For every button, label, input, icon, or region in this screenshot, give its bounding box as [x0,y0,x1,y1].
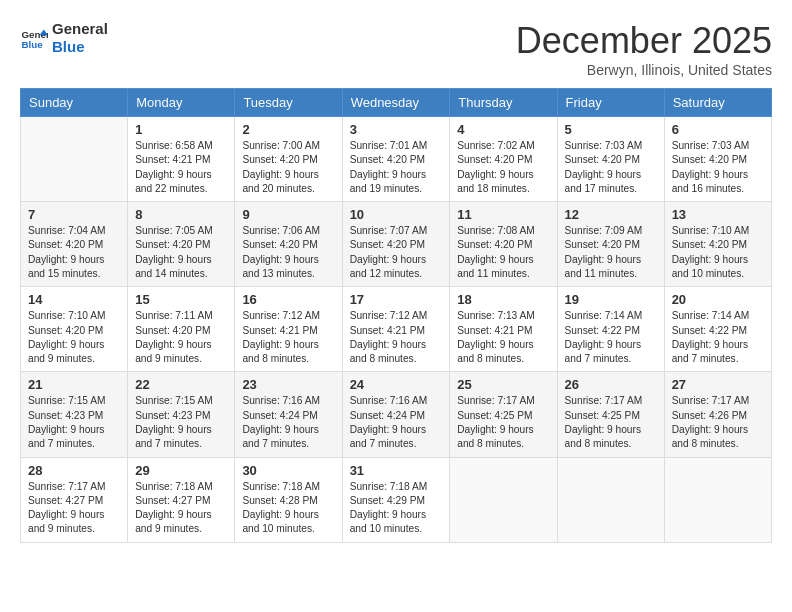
day-info: Sunrise: 7:14 AMSunset: 4:22 PMDaylight:… [565,309,657,366]
day-number: 30 [242,463,334,478]
day-info: Sunrise: 7:08 AMSunset: 4:20 PMDaylight:… [457,224,549,281]
logo-text-general: General [52,20,108,38]
day-number: 11 [457,207,549,222]
calendar-cell: 9Sunrise: 7:06 AMSunset: 4:20 PMDaylight… [235,202,342,287]
calendar-cell: 30Sunrise: 7:18 AMSunset: 4:28 PMDayligh… [235,457,342,542]
day-info: Sunrise: 7:18 AMSunset: 4:28 PMDaylight:… [242,480,334,537]
day-number: 31 [350,463,443,478]
day-info: Sunrise: 7:17 AMSunset: 4:25 PMDaylight:… [457,394,549,451]
day-number: 2 [242,122,334,137]
day-info: Sunrise: 7:09 AMSunset: 4:20 PMDaylight:… [565,224,657,281]
day-info: Sunrise: 7:11 AMSunset: 4:20 PMDaylight:… [135,309,227,366]
day-number: 18 [457,292,549,307]
weekday-header-monday: Monday [128,89,235,117]
day-number: 17 [350,292,443,307]
day-info: Sunrise: 7:07 AMSunset: 4:20 PMDaylight:… [350,224,443,281]
day-info: Sunrise: 7:05 AMSunset: 4:20 PMDaylight:… [135,224,227,281]
calendar-cell: 1Sunrise: 6:58 AMSunset: 4:21 PMDaylight… [128,117,235,202]
calendar-table: SundayMondayTuesdayWednesdayThursdayFrid… [20,88,772,543]
calendar-week-1: 1Sunrise: 6:58 AMSunset: 4:21 PMDaylight… [21,117,772,202]
day-number: 5 [565,122,657,137]
calendar-cell [21,117,128,202]
day-info: Sunrise: 7:01 AMSunset: 4:20 PMDaylight:… [350,139,443,196]
calendar-cell: 27Sunrise: 7:17 AMSunset: 4:26 PMDayligh… [664,372,771,457]
calendar-cell: 21Sunrise: 7:15 AMSunset: 4:23 PMDayligh… [21,372,128,457]
calendar-cell: 15Sunrise: 7:11 AMSunset: 4:20 PMDayligh… [128,287,235,372]
day-number: 20 [672,292,764,307]
calendar-cell: 29Sunrise: 7:18 AMSunset: 4:27 PMDayligh… [128,457,235,542]
calendar-week-5: 28Sunrise: 7:17 AMSunset: 4:27 PMDayligh… [21,457,772,542]
day-number: 22 [135,377,227,392]
calendar-cell: 28Sunrise: 7:17 AMSunset: 4:27 PMDayligh… [21,457,128,542]
calendar-cell: 16Sunrise: 7:12 AMSunset: 4:21 PMDayligh… [235,287,342,372]
calendar-cell [557,457,664,542]
day-number: 25 [457,377,549,392]
day-number: 12 [565,207,657,222]
calendar-cell: 14Sunrise: 7:10 AMSunset: 4:20 PMDayligh… [21,287,128,372]
day-number: 14 [28,292,120,307]
day-info: Sunrise: 7:18 AMSunset: 4:27 PMDaylight:… [135,480,227,537]
day-number: 16 [242,292,334,307]
calendar-week-4: 21Sunrise: 7:15 AMSunset: 4:23 PMDayligh… [21,372,772,457]
calendar-week-3: 14Sunrise: 7:10 AMSunset: 4:20 PMDayligh… [21,287,772,372]
day-number: 9 [242,207,334,222]
day-number: 13 [672,207,764,222]
day-number: 8 [135,207,227,222]
calendar-cell: 10Sunrise: 7:07 AMSunset: 4:20 PMDayligh… [342,202,450,287]
calendar-cell: 20Sunrise: 7:14 AMSunset: 4:22 PMDayligh… [664,287,771,372]
day-info: Sunrise: 7:17 AMSunset: 4:26 PMDaylight:… [672,394,764,451]
day-info: Sunrise: 7:04 AMSunset: 4:20 PMDaylight:… [28,224,120,281]
day-info: Sunrise: 7:12 AMSunset: 4:21 PMDaylight:… [242,309,334,366]
day-info: Sunrise: 7:13 AMSunset: 4:21 PMDaylight:… [457,309,549,366]
day-number: 26 [565,377,657,392]
day-info: Sunrise: 7:17 AMSunset: 4:27 PMDaylight:… [28,480,120,537]
calendar-cell: 12Sunrise: 7:09 AMSunset: 4:20 PMDayligh… [557,202,664,287]
logo-text-blue: Blue [52,38,108,56]
day-number: 24 [350,377,443,392]
calendar-cell: 4Sunrise: 7:02 AMSunset: 4:20 PMDaylight… [450,117,557,202]
day-number: 10 [350,207,443,222]
logo-icon: General Blue [20,24,48,52]
calendar-cell: 13Sunrise: 7:10 AMSunset: 4:20 PMDayligh… [664,202,771,287]
weekday-header-wednesday: Wednesday [342,89,450,117]
weekday-header-saturday: Saturday [664,89,771,117]
day-number: 21 [28,377,120,392]
day-info: Sunrise: 7:15 AMSunset: 4:23 PMDaylight:… [28,394,120,451]
calendar-cell: 26Sunrise: 7:17 AMSunset: 4:25 PMDayligh… [557,372,664,457]
day-info: Sunrise: 7:16 AMSunset: 4:24 PMDaylight:… [350,394,443,451]
day-number: 15 [135,292,227,307]
calendar-cell: 18Sunrise: 7:13 AMSunset: 4:21 PMDayligh… [450,287,557,372]
day-info: Sunrise: 7:03 AMSunset: 4:20 PMDaylight:… [672,139,764,196]
day-info: Sunrise: 7:16 AMSunset: 4:24 PMDaylight:… [242,394,334,451]
day-info: Sunrise: 7:06 AMSunset: 4:20 PMDaylight:… [242,224,334,281]
day-info: Sunrise: 7:10 AMSunset: 4:20 PMDaylight:… [28,309,120,366]
calendar-cell: 17Sunrise: 7:12 AMSunset: 4:21 PMDayligh… [342,287,450,372]
weekday-header-tuesday: Tuesday [235,89,342,117]
day-number: 7 [28,207,120,222]
day-number: 19 [565,292,657,307]
calendar-cell: 22Sunrise: 7:15 AMSunset: 4:23 PMDayligh… [128,372,235,457]
weekday-header-friday: Friday [557,89,664,117]
weekday-header-sunday: Sunday [21,89,128,117]
calendar-cell: 8Sunrise: 7:05 AMSunset: 4:20 PMDaylight… [128,202,235,287]
day-number: 3 [350,122,443,137]
day-info: Sunrise: 7:17 AMSunset: 4:25 PMDaylight:… [565,394,657,451]
day-info: Sunrise: 7:12 AMSunset: 4:21 PMDaylight:… [350,309,443,366]
page-header: General Blue General Blue December 2025 … [20,20,772,78]
day-info: Sunrise: 7:03 AMSunset: 4:20 PMDaylight:… [565,139,657,196]
day-info: Sunrise: 7:14 AMSunset: 4:22 PMDaylight:… [672,309,764,366]
day-number: 23 [242,377,334,392]
weekday-header-thursday: Thursday [450,89,557,117]
calendar-cell [450,457,557,542]
calendar-cell: 11Sunrise: 7:08 AMSunset: 4:20 PMDayligh… [450,202,557,287]
day-number: 1 [135,122,227,137]
day-number: 29 [135,463,227,478]
calendar-cell: 3Sunrise: 7:01 AMSunset: 4:20 PMDaylight… [342,117,450,202]
calendar-cell: 5Sunrise: 7:03 AMSunset: 4:20 PMDaylight… [557,117,664,202]
calendar-cell: 23Sunrise: 7:16 AMSunset: 4:24 PMDayligh… [235,372,342,457]
day-info: Sunrise: 7:02 AMSunset: 4:20 PMDaylight:… [457,139,549,196]
location: Berwyn, Illinois, United States [516,62,772,78]
calendar-cell: 19Sunrise: 7:14 AMSunset: 4:22 PMDayligh… [557,287,664,372]
calendar-cell: 31Sunrise: 7:18 AMSunset: 4:29 PMDayligh… [342,457,450,542]
day-number: 28 [28,463,120,478]
